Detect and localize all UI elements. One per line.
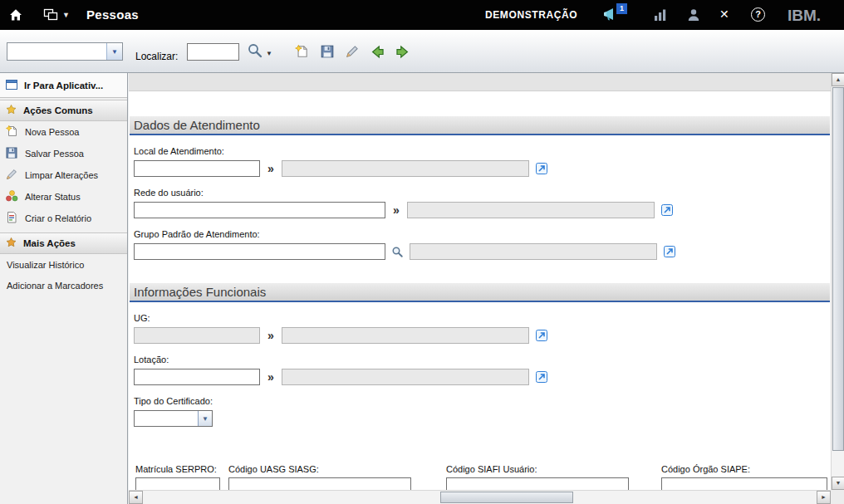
sidebar-item-label: Adicionar a Marcadores xyxy=(7,281,103,291)
app-title: Pessoas xyxy=(86,7,139,22)
scroll-up-icon[interactable]: ▲ xyxy=(832,73,844,86)
detail-menu-icon[interactable] xyxy=(663,245,676,258)
field-label-ug: UG: xyxy=(134,313,831,323)
horizontal-scrollbar[interactable]: ◄ ► xyxy=(129,490,831,504)
grupo-padrao-input[interactable] xyxy=(134,243,385,260)
field-label-siafi: Código SIAFI Usuário: xyxy=(446,464,537,474)
scroll-down-icon[interactable]: ▼ xyxy=(832,477,844,490)
main-form: Dados de Atendimento Local de Atendiment… xyxy=(129,73,831,490)
section-header-atendimento: Dados de Atendimento xyxy=(130,116,830,135)
sidebar-item-nova-pessoa[interactable]: Nova Pessoa xyxy=(0,121,127,143)
toolbar: ▼ Localizar: ▼ xyxy=(0,30,844,73)
home-icon[interactable] xyxy=(8,7,23,26)
user-profile-icon[interactable] xyxy=(686,7,701,26)
more-actions-header: Mais Ações xyxy=(0,232,127,254)
field-label-matricula: Matrícula SERPRO: xyxy=(135,464,217,474)
field-label-uasg: Código UASG SIASG: xyxy=(228,464,319,474)
codigo-uasg-input[interactable] xyxy=(228,477,411,490)
new-record-icon xyxy=(5,125,18,139)
lotacao-description xyxy=(282,369,529,385)
search-options-caret-icon[interactable]: ▼ xyxy=(266,50,272,57)
ibm-logo: IBM. xyxy=(788,7,821,25)
tipo-certificado-select[interactable]: ▼ xyxy=(134,410,213,427)
detail-menu-icon[interactable] xyxy=(535,162,548,175)
section-header-funcionais: Informações Funcionais xyxy=(130,283,830,302)
codigo-siafi-input[interactable] xyxy=(446,477,629,490)
localizar-label: Localizar: xyxy=(135,51,178,62)
ug-description xyxy=(282,327,529,344)
sidebar: Ir Para Aplicativ... Ações Comuns Nova P… xyxy=(0,73,128,504)
clear-changes-icon xyxy=(5,168,18,183)
detail-menu-icon[interactable] xyxy=(660,203,674,217)
reports-chart-icon[interactable] xyxy=(653,7,668,26)
field-label-grupo: Grupo Padrão de Atendimento: xyxy=(134,229,831,239)
sidebar-item-label: Limpar Alterações xyxy=(25,170,98,180)
scroll-right-icon[interactable]: ► xyxy=(817,491,831,504)
rede-usuario-description xyxy=(407,202,655,218)
vertical-scrollbar[interactable]: ▲ ▼ xyxy=(831,73,844,490)
grupo-padrao-description xyxy=(410,243,657,260)
announcements-icon[interactable] xyxy=(601,6,618,26)
next-record-icon[interactable] xyxy=(393,42,411,61)
previous-record-icon[interactable] xyxy=(368,42,386,61)
field-row-ug: » xyxy=(134,327,831,344)
select-value-chevrons-icon[interactable]: » xyxy=(393,204,400,216)
scroll-left-icon[interactable]: ◄ xyxy=(129,491,143,504)
select-value-chevrons-icon[interactable]: » xyxy=(267,371,274,383)
codigo-siape-input[interactable] xyxy=(661,477,827,490)
local-atendimento-description xyxy=(282,160,529,177)
sidebar-item-criar-relatorio[interactable]: Criar o Relatório xyxy=(0,208,127,229)
local-atendimento-input[interactable] xyxy=(134,160,260,177)
close-icon[interactable]: ✕ xyxy=(719,7,729,21)
field-row-grupo xyxy=(134,243,831,260)
select-value xyxy=(135,411,198,426)
search-icon[interactable] xyxy=(247,42,263,62)
lotacao-input[interactable] xyxy=(134,369,260,385)
more-actions-label: Mais Ações xyxy=(23,238,76,248)
app-switcher-input[interactable] xyxy=(7,43,106,60)
notification-badge: 1 xyxy=(616,3,627,14)
field-label-local: Local de Atendimento: xyxy=(134,146,831,156)
sidebar-item-limpar-alteracoes[interactable]: Limpar Alterações xyxy=(0,164,127,186)
sidebar-item-salvar-pessoa[interactable]: Salvar Pessoa xyxy=(0,143,127,164)
change-status-icon xyxy=(5,189,18,204)
sidebar-item-label: Nova Pessoa xyxy=(25,127,79,137)
go-to-label: Ir Para Aplicativ... xyxy=(24,81,103,91)
tab-strip xyxy=(129,73,831,91)
sidebar-item-alterar-status[interactable]: Alterar Status xyxy=(0,186,127,208)
lookup-search-icon[interactable] xyxy=(391,246,404,258)
vertical-scroll-thumb[interactable] xyxy=(832,87,844,451)
app-switcher-combobox[interactable]: ▼ xyxy=(7,42,123,61)
localizar-input[interactable] xyxy=(187,43,239,61)
application-window-icon xyxy=(5,78,18,93)
matricula-serpro-input[interactable] xyxy=(135,477,220,490)
help-icon[interactable]: ? xyxy=(751,7,765,22)
new-record-icon[interactable] xyxy=(292,42,311,61)
field-label-lotacao: Lotação: xyxy=(134,355,831,365)
common-actions-icon xyxy=(5,104,17,118)
detail-menu-icon[interactable] xyxy=(535,370,548,384)
combobox-dropdown-icon[interactable]: ▼ xyxy=(106,43,122,60)
sidebar-item-label: Alterar Status xyxy=(25,192,81,202)
save-icon xyxy=(5,146,18,161)
sidebar-item-label: Criar o Relatório xyxy=(25,213,91,223)
select-value-chevrons-icon[interactable]: » xyxy=(267,330,274,341)
save-record-icon[interactable] xyxy=(318,42,336,61)
select-value-chevrons-icon[interactable]: » xyxy=(267,163,274,174)
sidebar-item-adicionar-marcadores[interactable]: Adicionar a Marcadores xyxy=(0,275,127,296)
environment-label: DEMONSTRAÇÃO xyxy=(485,9,577,21)
report-icon xyxy=(5,211,18,226)
scrollbar-corner xyxy=(831,490,844,504)
rede-usuario-input[interactable] xyxy=(134,202,385,218)
field-label-siape: Código Órgão SIAPE: xyxy=(661,464,750,474)
field-label-certificado: Tipo do Certificado: xyxy=(134,396,831,406)
go-to-applications-icon[interactable]: ▼ xyxy=(43,8,70,22)
sidebar-item-visualizar-historico[interactable]: Visualizar Histórico xyxy=(0,254,127,275)
horizontal-scroll-thumb[interactable] xyxy=(440,492,573,503)
sidebar-go-to-applications[interactable]: Ir Para Aplicativ... xyxy=(0,73,127,98)
common-actions-label: Ações Comuns xyxy=(23,105,93,115)
detail-menu-icon[interactable] xyxy=(535,329,548,342)
clear-changes-icon[interactable] xyxy=(343,42,361,61)
spacer xyxy=(129,91,831,116)
select-dropdown-icon[interactable]: ▼ xyxy=(198,411,212,426)
